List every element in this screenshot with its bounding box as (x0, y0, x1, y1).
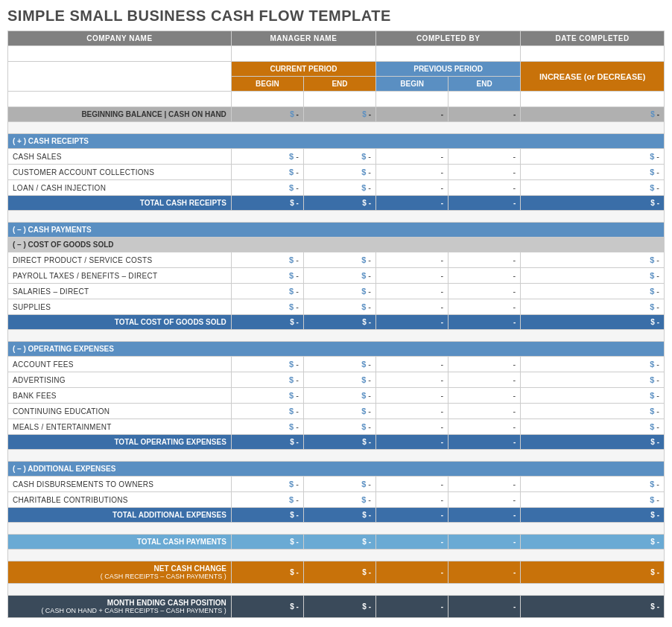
continuing-education-row[interactable]: CONTINUING EDUCATION $ - $ - - - $ - (8, 404, 665, 419)
total-cash-receipts-label: TOTAL CASH RECEIPTS (8, 196, 232, 211)
loan-injection-label: LOAN / CASH INJECTION (8, 180, 232, 196)
payroll-taxes-row[interactable]: PAYROLL TAXES / BENEFITS – DIRECT $ - $ … (8, 268, 665, 284)
advertising-label: ADVERTISING (8, 372, 232, 388)
month-end-label-cell: MONTH ENDING CASH POSITION ( CASH ON HAN… (8, 596, 232, 618)
total-operating-row: TOTAL OPERATING EXPENSES $ - $ - - - $ - (8, 435, 665, 450)
period-input-row[interactable] (8, 92, 665, 107)
direct-costs-label: DIRECT PRODUCT / SERVICE COSTS (8, 252, 232, 268)
cash-sales-v2[interactable]: $ - (303, 149, 375, 165)
page-title: SIMPLE SMALL BUSINESS CASH FLOW TEMPLATE (7, 7, 665, 25)
total-cash-payments-row: TOTAL CASH PAYMENTS $ - $ - - - $ - (8, 535, 665, 550)
cogs-header: ( – ) COST OF GOODS SOLD (8, 238, 665, 252)
total-operating-label: TOTAL OPERATING EXPENSES (8, 435, 232, 450)
bb-pe-dash: - (513, 110, 516, 118)
date-completed-label: DATE COMPLETED (521, 31, 665, 46)
date-completed-input[interactable] (525, 50, 659, 58)
beginning-balance-curr-end[interactable]: $ - (303, 107, 375, 122)
beginning-balance-label: BEGINNING BALANCE | CASH ON HAND (8, 107, 232, 122)
bank-fees-row[interactable]: BANK FEES $ - $ - - - $ - (8, 388, 665, 404)
month-end-label: MONTH ENDING CASH POSITION (13, 599, 226, 607)
beginning-balance-row: BEGINNING BALANCE | CASH ON HAND $ - $ -… (8, 107, 665, 122)
cash-sales-label: CASH SALES (8, 149, 232, 165)
current-period-header: CURRENT PERIOD (231, 62, 375, 77)
cash-receipts-header-row: ( + ) CASH RECEIPTS (8, 134, 665, 149)
completed-by-input-cell[interactable] (376, 46, 521, 62)
meals-entertainment-label: MEALS / ENTERTAINMENT (8, 419, 232, 435)
dollar-icon-2: $ (362, 110, 367, 118)
total-additional-row: TOTAL ADDITIONAL EXPENSES $ - $ - - - $ … (8, 508, 665, 523)
additional-expenses-header-row: ( – ) ADDITIONAL EXPENSES (8, 462, 665, 477)
previous-begin-input[interactable] (381, 95, 443, 104)
completed-by-label: COMPLETED BY (376, 31, 521, 46)
bb-pb-dash: - (441, 110, 443, 118)
month-end-row: MONTH ENDING CASH POSITION ( CASH ON HAN… (8, 596, 665, 618)
salaries-direct-label: SALARIES – DIRECT (8, 284, 232, 299)
spacer-7 (8, 584, 665, 596)
cash-disbursements-label: CASH DISBURSEMENTS TO OWNERS (8, 477, 232, 492)
current-end-header: END (303, 77, 375, 92)
operating-expenses-header: ( – ) OPERATING EXPENSES (8, 342, 665, 357)
cash-sales-v4[interactable]: - (448, 149, 521, 165)
salaries-direct-row[interactable]: SALARIES – DIRECT $ - $ - - - $ - (8, 284, 665, 299)
bb-inc-dash: - (657, 110, 659, 118)
current-begin-header: BEGIN (231, 77, 303, 92)
direct-costs-row[interactable]: DIRECT PRODUCT / SERVICE COSTS $ - $ - -… (8, 252, 665, 268)
current-end-input[interactable] (308, 95, 371, 104)
net-cash-label: NET CASH CHANGE (13, 564, 226, 573)
previous-period-header: PREVIOUS PERIOD (376, 62, 521, 77)
spacer-4 (8, 450, 665, 462)
previous-begin-header: BEGIN (376, 77, 448, 92)
beginning-balance-increase[interactable]: $ - (521, 107, 665, 122)
net-cash-sub-label: ( CASH RECEIPTS – CASH PAYMENTS ) (13, 573, 226, 580)
beginning-balance-prev-end[interactable]: - (448, 107, 521, 122)
previous-end-input[interactable] (453, 95, 516, 104)
charitable-label: CHARITABLE CONTRIBUTIONS (8, 492, 232, 508)
spacer-2 (8, 211, 665, 223)
beginning-balance-prev-begin[interactable]: - (376, 107, 448, 122)
completed-by-input[interactable] (381, 50, 516, 58)
loan-injection-row[interactable]: LOAN / CASH INJECTION $ - $ - - - $ - (8, 180, 665, 196)
manager-name-label: MANAGER NAME (231, 31, 375, 46)
total-cogs-label: TOTAL COST OF GOODS SOLD (8, 315, 232, 330)
company-info-input-row[interactable] (8, 46, 665, 62)
increase-header: INCREASE (or DECREASE) (521, 62, 665, 92)
current-begin-input-cell[interactable] (231, 92, 303, 107)
supplies-row[interactable]: SUPPLIES $ - $ - - - $ - (8, 299, 665, 315)
continuing-education-label: CONTINUING EDUCATION (8, 404, 232, 419)
bb-cb-dash: - (297, 110, 299, 118)
operating-expenses-header-row: ( – ) OPERATING EXPENSES (8, 342, 665, 357)
bb-ce-dash: - (369, 110, 371, 118)
total-cogs-row: TOTAL COST OF GOODS SOLD $ - $ - - - $ - (8, 315, 665, 330)
company-name-input-cell[interactable] (8, 46, 232, 62)
total-additional-label: TOTAL ADDITIONAL EXPENSES (8, 508, 232, 523)
meals-entertainment-row[interactable]: MEALS / ENTERTAINMENT $ - $ - - - $ - (8, 419, 665, 435)
cash-payments-header: ( – ) CASH PAYMENTS (8, 223, 665, 238)
previous-end-input-cell[interactable] (448, 92, 521, 107)
period-header-row: CURRENT PERIOD PREVIOUS PERIOD INCREASE … (8, 62, 665, 77)
cogs-header-row: ( – ) COST OF GOODS SOLD (8, 238, 665, 252)
customer-collections-row[interactable]: CUSTOMER ACCOUNT COLLECTIONS $ - $ - - -… (8, 165, 665, 180)
previous-begin-input-cell[interactable] (376, 92, 448, 107)
beginning-balance-curr-begin[interactable]: $ - (231, 107, 303, 122)
cash-sales-v3[interactable]: - (376, 149, 448, 165)
manager-name-input-cell[interactable] (231, 46, 375, 62)
dollar-icon-1: $ (290, 110, 294, 118)
dollar-icon-3: $ (650, 110, 655, 118)
cash-sales-v1[interactable]: $ - (231, 149, 303, 165)
cash-sales-row[interactable]: CASH SALES $ - $ - - - $ - (8, 149, 665, 165)
charitable-row[interactable]: CHARITABLE CONTRIBUTIONS $ - $ - - - $ - (8, 492, 665, 508)
date-completed-input-cell[interactable] (521, 46, 665, 62)
current-begin-input[interactable] (236, 95, 299, 104)
net-cash-change-row: NET CASH CHANGE ( CASH RECEIPTS – CASH P… (8, 561, 665, 584)
current-end-input-cell[interactable] (303, 92, 375, 107)
spacer-6 (8, 550, 665, 561)
advertising-row[interactable]: ADVERTISING $ - $ - - - $ - (8, 372, 665, 388)
cash-disbursements-row[interactable]: CASH DISBURSEMENTS TO OWNERS $ - $ - - -… (8, 477, 665, 492)
manager-name-input[interactable] (236, 50, 371, 58)
account-fees-row[interactable]: ACCOUNT FEES $ - $ - - - $ - (8, 357, 665, 372)
cash-sales-inc[interactable]: $ - (521, 149, 665, 165)
total-cash-payments-label: TOTAL CASH PAYMENTS (8, 535, 232, 550)
company-name-input[interactable] (13, 50, 226, 58)
company-name-label: COMPANY NAME (8, 31, 232, 46)
spacer-5 (8, 523, 665, 535)
